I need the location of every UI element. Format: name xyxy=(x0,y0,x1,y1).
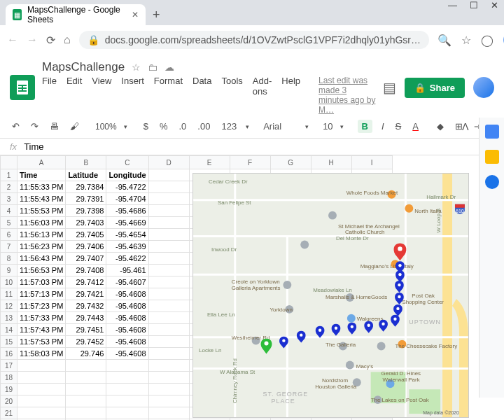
cell-C8[interactable]: -95.4622 xyxy=(106,253,148,265)
zoom-select[interactable]: 100% xyxy=(95,122,117,132)
cell-D20[interactable] xyxy=(148,396,189,407)
cell-A10[interactable]: 11:57:03 PM xyxy=(18,276,66,288)
cell-C3[interactable]: -95.4704 xyxy=(106,193,148,205)
row-header-7[interactable]: 7 xyxy=(1,241,18,253)
collapse-toolbar-icon[interactable]: ᐱ xyxy=(462,121,469,132)
cell-D2[interactable] xyxy=(148,181,189,193)
cell-C7[interactable]: -95.4639 xyxy=(106,241,148,253)
row-header-4[interactable]: 4 xyxy=(1,205,18,217)
cell-B2[interactable]: 29.7384 xyxy=(66,181,106,193)
cell-C4[interactable]: -95.4686 xyxy=(106,205,148,217)
cell-D5[interactable] xyxy=(148,217,189,229)
cell-A2[interactable]: 11:55:33 PM xyxy=(18,181,66,193)
row-header-13[interactable]: 13 xyxy=(1,312,18,324)
extension-icon[interactable]: ◯ xyxy=(481,34,493,47)
cell-C17[interactable] xyxy=(106,360,148,372)
row-header-8[interactable]: 8 xyxy=(1,253,18,265)
cell-A6[interactable]: 11:56:13 PM xyxy=(18,229,66,241)
cell-B16[interactable]: 29.746 xyxy=(66,348,106,360)
cell-A7[interactable]: 11:56:23 PM xyxy=(18,241,66,253)
share-button[interactable]: 🔒 Share xyxy=(405,78,465,98)
cell-D6[interactable] xyxy=(148,229,189,241)
cell-D7[interactable] xyxy=(148,241,189,253)
text-color-button[interactable]: A xyxy=(410,119,421,134)
cell-D16[interactable] xyxy=(148,348,189,360)
cell-D8[interactable] xyxy=(148,253,189,265)
cell-B20[interactable] xyxy=(66,396,106,407)
cell-C19[interactable] xyxy=(106,384,148,396)
menu-insert[interactable]: Insert xyxy=(121,76,144,115)
row-header-15[interactable]: 15 xyxy=(1,336,18,348)
close-window-button[interactable]: ✕ xyxy=(491,0,498,10)
cell-D17[interactable] xyxy=(148,360,189,372)
formula-input[interactable] xyxy=(24,141,494,152)
cloud-icon[interactable]: ☁ xyxy=(164,62,174,73)
italic-button[interactable]: I xyxy=(379,119,386,134)
cell-B13[interactable]: 29.7443 xyxy=(66,312,106,324)
cell-A12[interactable]: 11:57:23 PM xyxy=(18,300,66,312)
cell-C16[interactable]: -95.4608 xyxy=(106,348,148,360)
col-header-D[interactable]: D xyxy=(148,156,189,169)
user-avatar[interactable] xyxy=(473,77,494,98)
cell-D1[interactable] xyxy=(148,169,189,181)
cell-B6[interactable]: 29.7405 xyxy=(66,229,106,241)
cell-C15[interactable]: -95.4608 xyxy=(106,336,148,348)
cell-C13[interactable]: -95.4608 xyxy=(106,312,148,324)
currency-button[interactable]: $ xyxy=(141,119,150,134)
cell-C10[interactable]: -95.4607 xyxy=(106,276,148,288)
cell-C14[interactable]: -95.4608 xyxy=(106,324,148,336)
dec-decrease-button[interactable]: .0 xyxy=(177,119,189,134)
cell-C6[interactable]: -95.4654 xyxy=(106,229,148,241)
menu-format[interactable]: Format xyxy=(154,76,183,115)
col-header-G[interactable]: G xyxy=(270,156,311,169)
cell-A14[interactable]: 11:57:43 PM xyxy=(18,324,66,336)
tab-close-icon[interactable]: ✕ xyxy=(132,10,139,20)
col-header-B[interactable]: B xyxy=(66,156,106,169)
cell-A16[interactable]: 11:58:03 PM xyxy=(18,348,66,360)
new-tab-button[interactable]: + xyxy=(153,8,160,22)
menu-view[interactable]: View xyxy=(92,76,111,115)
paint-format-icon[interactable]: 🖌 xyxy=(68,119,81,134)
cell-B17[interactable] xyxy=(66,360,106,372)
cell-D3[interactable] xyxy=(148,193,189,205)
strike-button[interactable]: S xyxy=(393,119,404,134)
cell-A1[interactable]: Time xyxy=(18,169,66,181)
sheets-logo-icon[interactable] xyxy=(10,75,35,100)
cell-D21[interactable] xyxy=(148,407,189,419)
row-header-1[interactable]: 1 xyxy=(1,169,18,181)
minimize-button[interactable]: — xyxy=(448,0,457,10)
col-header-C[interactable]: C xyxy=(106,156,148,169)
doc-title[interactable]: MapsChallenge xyxy=(42,60,125,74)
cell-B8[interactable]: 29.7407 xyxy=(66,253,106,265)
row-header-18[interactable]: 18 xyxy=(1,372,18,384)
menu-addons[interactable]: Add-ons xyxy=(253,76,272,115)
bookmark-star-icon[interactable]: ☆ xyxy=(461,34,471,47)
tasks-icon[interactable] xyxy=(485,175,499,189)
cell-A21[interactable] xyxy=(18,407,66,419)
row-header-11[interactable]: 11 xyxy=(1,288,18,300)
cell-D14[interactable] xyxy=(148,324,189,336)
browser-tab[interactable]: ▦ MapsChallenge - Google Sheets ✕ xyxy=(6,4,146,25)
cell-A5[interactable]: 11:56:03 PM xyxy=(18,217,66,229)
last-edit-link[interactable]: Last edit was made 3 minutes ago by M… xyxy=(318,76,376,115)
row-header-21[interactable]: 21 xyxy=(1,407,18,419)
cell-C21[interactable] xyxy=(106,407,148,419)
cell-C9[interactable]: -95.461 xyxy=(106,265,148,276)
calendar-icon[interactable] xyxy=(485,125,499,139)
row-header-5[interactable]: 5 xyxy=(1,217,18,229)
font-size-select[interactable]: 10 xyxy=(323,121,332,132)
row-header-19[interactable]: 19 xyxy=(1,384,18,396)
cell-C1[interactable]: Longitude xyxy=(106,169,148,181)
row-header-14[interactable]: 14 xyxy=(1,324,18,336)
menu-edit[interactable]: Edit xyxy=(66,76,82,115)
forward-button[interactable]: → xyxy=(27,34,38,46)
row-header-9[interactable]: 9 xyxy=(1,265,18,276)
cell-A9[interactable]: 11:56:53 PM xyxy=(18,265,66,276)
bold-button[interactable]: B xyxy=(358,120,372,133)
row-header-16[interactable]: 16 xyxy=(1,348,18,360)
cell-B9[interactable]: 29.7408 xyxy=(66,265,106,276)
search-icon[interactable]: 🔍 xyxy=(438,34,451,47)
row-header-12[interactable]: 12 xyxy=(1,300,18,312)
cell-C11[interactable]: -95.4608 xyxy=(106,288,148,300)
cell-A11[interactable]: 11:57:13 PM xyxy=(18,288,66,300)
